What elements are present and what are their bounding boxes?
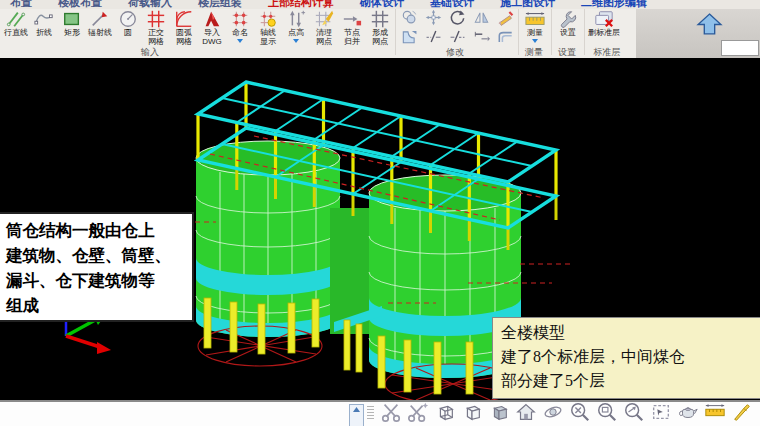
ribbon-button-form-nodes[interactable]: 形成 网点	[366, 9, 394, 47]
ribbon-button-wrench[interactable]: 设置	[553, 9, 583, 47]
tab-1[interactable]: 布置	[10, 0, 32, 9]
dropdown-arrow-icon	[532, 39, 538, 43]
annotation-line: 组成	[6, 293, 190, 318]
ribbon-button-label: 删标准层	[588, 29, 620, 38]
mirror-icon	[472, 9, 491, 30]
ribbon-button-delete-std-floor[interactable]: 删标准层	[586, 9, 622, 47]
model-viewport[interactable]: 筒仓结构一般由仓上建筑物、仓壁、筒壁、漏斗、仓下建筑物等组成 全楼模型建了8个标…	[0, 58, 760, 400]
tab-5[interactable]: 上部结构计算	[268, 0, 334, 9]
cube-hiddenline-button[interactable]	[460, 402, 484, 426]
offset-icon	[496, 28, 515, 49]
cube-solid-button[interactable]	[487, 402, 511, 426]
stretch-icon	[400, 28, 419, 49]
ribbon-button-arc-grid[interactable]: 圆弧 网格	[170, 9, 198, 47]
ribbon-button-axis-display[interactable]: 轴线 显示	[254, 9, 282, 47]
join-icon	[448, 28, 467, 49]
group-label-modify: 修改	[446, 47, 464, 58]
radial-line-icon	[88, 9, 112, 29]
ribbon-button-circle[interactable]: 圆	[114, 9, 142, 47]
tab-6[interactable]: 砌体设计	[360, 0, 404, 9]
zoom-dynamic-button[interactable]	[622, 402, 646, 426]
tab-4[interactable]: 楼层组装	[198, 0, 242, 9]
sketch-knife-icon	[731, 401, 753, 426]
ribbon-button-break[interactable]	[421, 29, 445, 48]
home-view-button[interactable]	[514, 402, 538, 426]
scroll-up-button[interactable]	[349, 404, 364, 426]
ribbon-button-label: 正交 网格	[148, 29, 164, 46]
group-label-input: 输入	[141, 47, 159, 58]
ribbon-button-move[interactable]	[421, 10, 445, 29]
toolbar-grip[interactable]	[367, 406, 374, 420]
ribbon-button-label: 行直线	[4, 29, 28, 38]
measure-ruler-button[interactable]	[703, 402, 727, 426]
ribbon-button-dwg-import[interactable]: 导入 DWG	[198, 9, 226, 47]
cut-break-icon	[407, 401, 429, 426]
ribbon-button-rotate[interactable]	[445, 10, 469, 29]
tab-7[interactable]: 基础设计	[430, 0, 474, 9]
ribbon-button-rect[interactable]: 矩形	[58, 9, 86, 47]
copy-icon	[400, 9, 419, 30]
ribbon-button-grid-name[interactable]: 命名	[226, 9, 254, 47]
axis-display-icon	[256, 9, 280, 29]
form-nodes-icon	[368, 9, 392, 29]
ribbon-button-clean-nodes[interactable]: 清理 网点	[310, 9, 338, 47]
zoom-window-icon	[596, 401, 618, 426]
clean-nodes-icon	[312, 9, 336, 29]
render-button[interactable]	[676, 402, 700, 426]
ribbon-button-stretch[interactable]	[397, 29, 421, 48]
move-icon	[424, 9, 443, 30]
orbit-view-button[interactable]	[541, 402, 565, 426]
zoom-extents-button[interactable]	[568, 402, 592, 426]
annotation-line: 部分建了5个层	[501, 369, 760, 393]
ribbon-button-label: 节点 归并	[344, 29, 360, 46]
ribbon-button-polyline[interactable]: 折线	[30, 9, 58, 47]
ribbon-button-label: 点高	[288, 29, 304, 38]
tab-2[interactable]: 楼板布置	[58, 0, 102, 9]
ribbon-button-join[interactable]	[445, 29, 469, 48]
ribbon-button-radial-line[interactable]: 辐射线	[86, 9, 114, 47]
ribbon-button-label: 导入 DWG	[202, 29, 222, 46]
sketch-knife-button[interactable]	[730, 402, 754, 426]
ribbon-button-copy[interactable]	[397, 10, 421, 29]
arc-grid-icon	[172, 9, 196, 29]
ribbon-button-ortho-grid[interactable]: 正交 网格	[142, 9, 170, 47]
ribbon-button-parallel-line[interactable]: 行直线	[2, 9, 30, 47]
ribbon-button-label: 圆	[124, 29, 132, 38]
cube-wireframe-button[interactable]	[433, 402, 457, 426]
cut-break-button[interactable]	[406, 402, 430, 426]
zoom-extents-icon	[569, 401, 591, 426]
ribbon-button-label: 形成 网点	[372, 29, 388, 46]
ribbon-button-label: 轴线 显示	[260, 29, 276, 46]
ribbon-button-label: 命名	[232, 29, 248, 38]
ribbon-button-measure-tool[interactable]: 测量	[520, 9, 550, 47]
ribbon-button-point-height[interactable]: 点高	[282, 9, 310, 47]
ribbon-group-labels: 输入 修改 测量 设置 标准层	[0, 47, 760, 58]
tab-9[interactable]: 二维图形编辑	[581, 0, 647, 9]
zoom-window-button[interactable]	[595, 402, 619, 426]
tab-8[interactable]: 施工图设计	[500, 0, 555, 9]
ribbon-button-merge-nodes[interactable]: 节点 归并	[338, 9, 366, 47]
annotation-line: 筒仓结构一般由仓上	[6, 218, 190, 243]
tab-3[interactable]: 荷载输入	[128, 0, 172, 9]
ribbon-button-extend[interactable]	[469, 29, 493, 48]
input-group: 行直线折线矩形辐射线圆正交 网格圆弧 网格导入 DWG命名轴线 显示点高清理 网…	[2, 9, 394, 47]
module-tab-strip: 布置楼板布置荷载输入楼层组装上部结构计算砌体设计基础设计施工图设计二维图形编辑	[0, 0, 760, 9]
cut-button[interactable]	[379, 402, 403, 426]
ribbon-button-label: 测量	[527, 29, 543, 38]
select-window-button[interactable]	[649, 402, 673, 426]
cut-icon	[380, 401, 402, 426]
dropdown-arrow-icon	[237, 39, 243, 43]
page-up-button[interactable]	[696, 12, 723, 36]
polyline-icon	[32, 9, 56, 29]
annotation-line: 漏斗、仓下建筑物等	[6, 268, 190, 293]
ribbon-button-mirror[interactable]	[469, 10, 493, 29]
ribbon-button-erase[interactable]	[493, 10, 517, 29]
group-label-std-floor: 标准层	[594, 47, 621, 58]
rotate-icon	[448, 9, 467, 30]
caret-up-icon	[351, 405, 362, 415]
ribbon-button-offset[interactable]	[493, 29, 517, 48]
render-icon	[677, 401, 699, 426]
extend-icon	[472, 28, 491, 49]
measure-ruler-icon	[704, 401, 726, 426]
annotation-line: 建了8个标准层，中间煤仓	[501, 345, 760, 369]
